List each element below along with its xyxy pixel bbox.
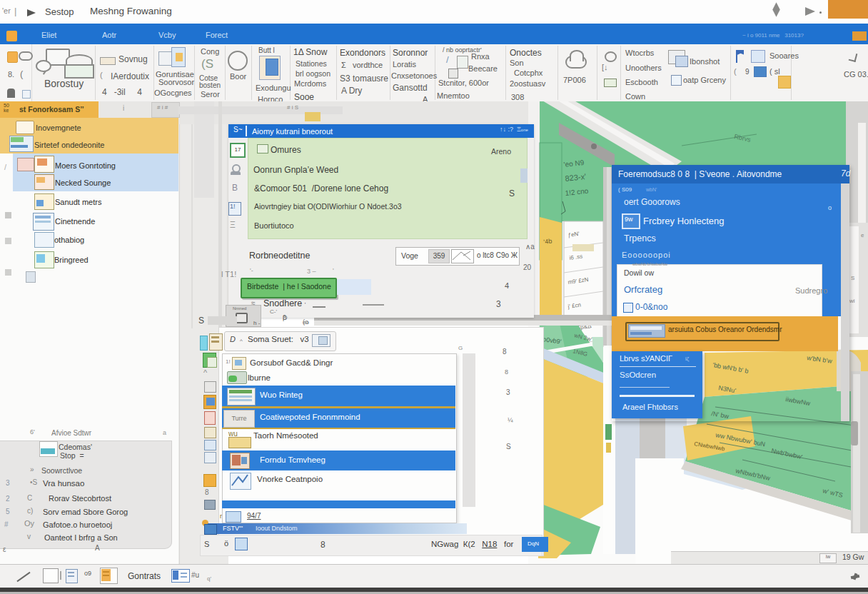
svg-text:wi: wi — [849, 298, 855, 304]
svg-text:e: e — [861, 232, 864, 238]
svg-text:'4b: '4b — [543, 237, 552, 246]
svg-text:Ѕ: Ѕ — [851, 275, 854, 281]
